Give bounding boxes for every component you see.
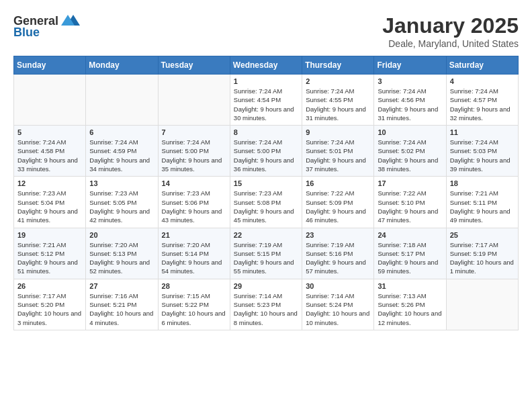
sunset-text: Sunset: 5:24 PM [306,301,353,308]
sunset-text: Sunset: 5:16 PM [306,250,353,257]
day-number: 31 [378,282,442,290]
title-block: January 2025 Deale, Maryland, United Sta… [382,13,519,49]
day-number: 24 [378,231,442,239]
header-friday: Friday [374,56,446,75]
day-info: Sunrise: 7:17 AM Sunset: 5:19 PM Dayligh… [450,240,515,276]
daylight-text: Daylight: 9 hours and 37 minutes. [306,156,366,173]
daylight-text: Daylight: 9 hours and 59 minutes. [378,259,438,275]
sunset-text: Sunset: 5:14 PM [162,250,209,257]
sunrise-text: Sunrise: 7:14 AM [234,292,282,300]
header-saturday: Saturday [446,56,518,75]
sunrise-text: Sunrise: 7:17 AM [450,241,498,248]
table-row: 23 Sunrise: 7:19 AM Sunset: 5:16 PM Dayl… [302,228,374,279]
day-info: Sunrise: 7:20 AM Sunset: 5:14 PM Dayligh… [162,240,226,276]
table-row [446,279,518,330]
day-number: 27 [89,282,154,290]
daylight-text: Daylight: 9 hours and 39 minutes. [450,156,511,173]
day-info: Sunrise: 7:23 AM Sunset: 5:05 PM Dayligh… [89,189,154,224]
sunset-text: Sunset: 5:22 PM [162,301,209,308]
table-row: 26 Sunrise: 7:17 AM Sunset: 5:20 PM Dayl… [14,279,86,330]
table-row: 31 Sunrise: 7:13 AM Sunset: 5:26 PM Dayl… [374,279,446,330]
sunset-text: Sunset: 5:11 PM [450,199,497,206]
table-row: 6 Sunrise: 7:24 AM Sunset: 4:59 PM Dayli… [86,126,158,177]
daylight-text: Daylight: 9 hours and 49 minutes. [450,208,511,224]
day-info: Sunrise: 7:20 AM Sunset: 5:13 PM Dayligh… [89,240,154,276]
day-info: Sunrise: 7:21 AM Sunset: 5:12 PM Dayligh… [17,240,82,276]
day-number: 8 [234,128,298,136]
day-number: 17 [378,179,442,187]
sunrise-text: Sunrise: 7:16 AM [89,292,138,300]
daylight-text: Daylight: 10 hours and 10 minutes. [306,310,369,326]
daylight-text: Daylight: 10 hours and 1 minute. [450,259,514,275]
table-row: 22 Sunrise: 7:19 AM Sunset: 5:15 PM Dayl… [230,228,302,279]
sunset-text: Sunset: 5:10 PM [378,199,425,206]
table-row: 25 Sunrise: 7:17 AM Sunset: 5:19 PM Dayl… [446,228,518,279]
sunrise-text: Sunrise: 7:23 AM [234,189,282,197]
day-number: 21 [162,231,226,239]
day-info: Sunrise: 7:24 AM Sunset: 5:00 PM Dayligh… [162,138,226,173]
sunset-text: Sunset: 4:57 PM [450,96,497,103]
table-row: 29 Sunrise: 7:14 AM Sunset: 5:23 PM Dayl… [230,279,302,330]
daylight-text: Daylight: 9 hours and 34 minutes. [89,156,150,173]
day-number: 13 [89,179,154,187]
daylight-text: Daylight: 9 hours and 45 minutes. [234,208,294,224]
day-number: 28 [162,282,226,290]
table-row: 20 Sunrise: 7:20 AM Sunset: 5:13 PM Dayl… [86,228,158,279]
day-info: Sunrise: 7:22 AM Sunset: 5:09 PM Dayligh… [306,189,370,224]
sunrise-text: Sunrise: 7:14 AM [306,292,354,300]
sunset-text: Sunset: 5:05 PM [89,199,136,206]
day-number: 19 [17,231,82,239]
sunrise-text: Sunrise: 7:23 AM [162,189,210,197]
day-number: 10 [378,128,442,136]
day-info: Sunrise: 7:24 AM Sunset: 4:58 PM Dayligh… [17,138,82,173]
day-number: 5 [17,128,82,136]
sunset-text: Sunset: 5:15 PM [234,250,281,257]
day-number: 9 [306,128,370,136]
calendar-week-1: 5 Sunrise: 7:24 AM Sunset: 4:58 PM Dayli… [14,126,519,177]
sunrise-text: Sunrise: 7:17 AM [17,292,66,300]
day-number: 26 [17,282,82,290]
table-row: 21 Sunrise: 7:20 AM Sunset: 5:14 PM Dayl… [158,228,230,279]
sunrise-text: Sunrise: 7:15 AM [162,292,210,300]
day-number: 12 [17,179,82,187]
day-info: Sunrise: 7:24 AM Sunset: 5:00 PM Dayligh… [234,138,298,173]
day-number: 11 [450,128,515,136]
day-info: Sunrise: 7:21 AM Sunset: 5:11 PM Dayligh… [450,189,515,224]
logo-icon [61,13,80,28]
daylight-text: Daylight: 9 hours and 43 minutes. [162,208,222,224]
daylight-text: Daylight: 9 hours and 31 minutes. [378,105,438,122]
day-number: 22 [234,231,298,239]
table-row: 15 Sunrise: 7:23 AM Sunset: 5:08 PM Dayl… [230,177,302,228]
calendar-week-3: 19 Sunrise: 7:21 AM Sunset: 5:12 PM Dayl… [14,228,519,279]
sunrise-text: Sunrise: 7:24 AM [306,87,354,95]
sunset-text: Sunset: 5:23 PM [234,301,281,308]
calendar-week-4: 26 Sunrise: 7:17 AM Sunset: 5:20 PM Dayl… [14,279,519,330]
daylight-text: Daylight: 10 hours and 3 minutes. [17,310,81,326]
sunrise-text: Sunrise: 7:24 AM [378,138,426,146]
day-info: Sunrise: 7:14 AM Sunset: 5:23 PM Dayligh… [234,291,298,327]
day-number: 7 [162,128,226,136]
daylight-text: Daylight: 10 hours and 4 minutes. [89,310,153,326]
day-number: 6 [89,128,154,136]
header-sunday: Sunday [14,56,86,75]
day-info: Sunrise: 7:23 AM Sunset: 5:08 PM Dayligh… [234,189,298,224]
sunrise-text: Sunrise: 7:13 AM [378,292,426,300]
sunset-text: Sunset: 5:09 PM [306,199,353,206]
sunrise-text: Sunrise: 7:24 AM [162,138,210,146]
daylight-text: Daylight: 9 hours and 38 minutes. [378,156,438,173]
day-info: Sunrise: 7:14 AM Sunset: 5:24 PM Dayligh… [306,291,370,327]
sunset-text: Sunset: 5:06 PM [162,199,209,206]
sunrise-text: Sunrise: 7:21 AM [450,189,498,197]
day-number: 3 [378,77,442,85]
daylight-text: Daylight: 9 hours and 32 minutes. [450,105,511,122]
sunset-text: Sunset: 5:03 PM [450,147,497,154]
sunrise-text: Sunrise: 7:24 AM [378,87,426,95]
sunrise-text: Sunrise: 7:24 AM [234,138,282,146]
calendar-title: January 2025 [382,13,519,38]
daylight-text: Daylight: 9 hours and 42 minutes. [89,208,150,224]
calendar-week-0: 1 Sunrise: 7:24 AM Sunset: 4:54 PM Dayli… [14,75,519,126]
day-number: 25 [450,231,515,239]
daylight-text: Daylight: 10 hours and 6 minutes. [162,310,226,326]
logo: General Blue [13,13,80,40]
day-info: Sunrise: 7:19 AM Sunset: 5:16 PM Dayligh… [306,240,370,276]
